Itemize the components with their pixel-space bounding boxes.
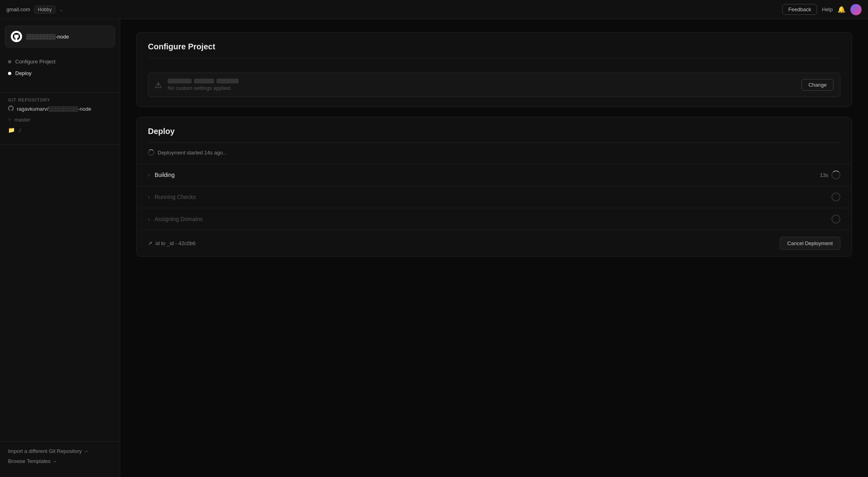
sidebar-links: Import a different Git Repository → Brow… <box>0 441 120 471</box>
step-label-configure: Configure Project <box>15 59 55 65</box>
no-custom-text: No custom settings applied. <box>168 85 239 91</box>
deploy-divider <box>148 142 840 143</box>
layout: ░░░░░░░░-node Configure Project Deploy G… <box>0 19 868 477</box>
notification-icon[interactable]: 🔔 <box>838 6 846 13</box>
git-dir-row: 📁 ./ <box>8 127 112 133</box>
git-info: ragavkumarv/░░░░░░░░-node ⑂ master 📁 ./ <box>0 106 120 133</box>
step-deploy: Deploy <box>8 69 112 78</box>
deploy-card: Deploy Deployment started 14s ago... › B… <box>136 117 852 257</box>
step-checks-right <box>832 193 840 201</box>
git-repo-text: ragavkumarv/░░░░░░░░-node <box>17 106 91 112</box>
deploy-steps: › Building 13s › Running Checks <box>137 164 852 230</box>
configure-row-text: No custom settings applied. <box>168 79 239 91</box>
step-domains-left: › Assigning Domains <box>148 216 203 222</box>
topnav-brand: gmail.com <box>6 6 30 12</box>
domains-idle-circle <box>832 215 840 223</box>
deploy-title: Deploy <box>148 127 840 136</box>
configure-title: Configure Project <box>148 42 840 51</box>
topnav-right: Feedback Help 🔔 <box>782 4 862 15</box>
sidebar-divider-1 <box>0 92 120 93</box>
avatar[interactable] <box>850 4 862 15</box>
topnav-left: gmail.com Hobby ⌄ <box>6 6 63 14</box>
step-building-label: Building <box>155 172 175 178</box>
configure-body: ⚠ No custom settings applied. Change <box>137 65 852 107</box>
external-link-icon: ↗ <box>148 240 152 246</box>
deploy-status-spinner <box>148 149 154 156</box>
steps-nav: Configure Project Deploy <box>0 54 120 81</box>
blurred-block-2 <box>194 79 214 83</box>
git-section-label: GIT REPOSITORY <box>0 97 120 106</box>
step-checks-row[interactable]: › Running Checks <box>137 186 852 208</box>
main-content: Configure Project ⚠ No custom setting <box>120 19 868 477</box>
help-button[interactable]: Help <box>822 6 833 12</box>
deploy-footer: ↗ id to _id - 42c0b6 Cancel Deployment <box>137 230 852 256</box>
commit-text: id to _id - 42c0b6 <box>156 240 196 246</box>
folder-icon: 📁 <box>8 127 15 133</box>
step-building-row[interactable]: › Building 13s <box>137 164 852 186</box>
step-configure: Configure Project <box>8 57 112 66</box>
git-branch-text: master <box>14 117 30 123</box>
sidebar-divider-2 <box>0 144 120 145</box>
sidebar-repo-card[interactable]: ░░░░░░░░-node <box>5 26 115 47</box>
git-repo-row: ragavkumarv/░░░░░░░░-node <box>8 106 112 112</box>
step-domains-right <box>832 215 840 223</box>
step-domains-row[interactable]: › Assigning Domains <box>137 208 852 230</box>
configure-card-header: Configure Project <box>137 32 852 65</box>
step-domains-label: Assigning Domains <box>155 216 203 222</box>
step-checks-left: › Running Checks <box>148 194 196 200</box>
configure-row: ⚠ No custom settings applied. Change <box>148 73 840 97</box>
topnav: gmail.com Hobby ⌄ Feedback Help 🔔 <box>0 0 868 19</box>
chevron-building-icon: › <box>148 172 150 178</box>
commit-link[interactable]: ↗ id to _id - 42c0b6 <box>148 240 196 246</box>
blurred-block-1 <box>168 79 192 83</box>
github-small-icon <box>8 106 14 112</box>
chevron-down-icon[interactable]: ⌄ <box>59 7 63 12</box>
change-button[interactable]: Change <box>801 79 834 91</box>
import-git-link[interactable]: Import a different Git Repository → <box>8 448 112 454</box>
github-icon <box>11 31 22 42</box>
feedback-button[interactable]: Feedback <box>782 4 817 15</box>
step-building-left: › Building <box>148 172 175 178</box>
sidebar: ░░░░░░░░-node Configure Project Deploy G… <box>0 19 120 477</box>
sidebar-repo-name: ░░░░░░░░-node <box>26 34 69 40</box>
branch-icon: ⑂ <box>8 116 11 123</box>
warning-icon: ⚠ <box>155 80 162 90</box>
step-dot-deploy <box>8 72 11 75</box>
step-building-right: 13s <box>820 171 840 179</box>
chevron-checks-icon: › <box>148 194 150 200</box>
hobby-badge: Hobby <box>34 6 55 14</box>
git-branch-row: ⑂ master <box>8 116 112 123</box>
configure-card: Configure Project ⚠ No custom setting <box>136 32 852 107</box>
configure-divider <box>148 58 840 58</box>
step-building-time: 13s <box>820 172 828 178</box>
deploy-status-row: Deployment started 14s ago... <box>137 149 852 164</box>
configure-blurred <box>168 79 239 83</box>
deploy-card-header: Deploy <box>137 117 852 149</box>
deploy-status-text: Deployment started 14s ago... <box>158 150 227 156</box>
git-dir-text: ./ <box>18 127 21 133</box>
checks-idle-circle <box>832 193 840 201</box>
building-spinner <box>832 171 840 179</box>
browse-templates-link[interactable]: Browse Templates → <box>8 458 112 464</box>
step-label-deploy: Deploy <box>15 70 31 76</box>
configure-row-left: ⚠ No custom settings applied. <box>155 79 239 91</box>
step-dot-configure <box>8 60 11 63</box>
step-checks-label: Running Checks <box>155 194 196 200</box>
cancel-deployment-button[interactable]: Cancel Deployment <box>780 237 840 250</box>
chevron-domains-icon: › <box>148 216 150 222</box>
blurred-block-3 <box>216 79 239 83</box>
